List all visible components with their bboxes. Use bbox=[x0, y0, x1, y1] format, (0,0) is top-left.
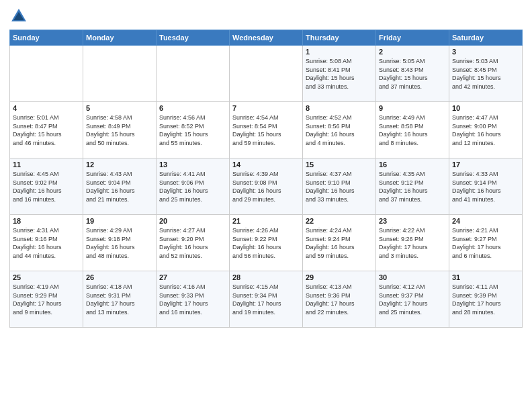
day-number: 14 bbox=[232, 161, 300, 169]
header bbox=[9, 7, 523, 26]
day-cell: 22Sunrise: 4:24 AM Sunset: 9:24 PM Dayli… bbox=[303, 215, 376, 271]
day-info: Sunrise: 4:56 AM Sunset: 8:52 PM Dayligh… bbox=[159, 113, 226, 147]
day-number: 4 bbox=[13, 104, 80, 112]
weekday-header-row: SundayMondayTuesdayWednesdayThursdayFrid… bbox=[10, 30, 523, 46]
day-info: Sunrise: 4:29 AM Sunset: 9:18 PM Dayligh… bbox=[86, 226, 153, 260]
weekday-header-friday: Friday bbox=[376, 30, 449, 46]
day-cell: 12Sunrise: 4:43 AM Sunset: 9:04 PM Dayli… bbox=[83, 158, 157, 215]
day-number: 17 bbox=[452, 161, 519, 169]
day-cell bbox=[157, 46, 230, 102]
day-cell: 14Sunrise: 4:39 AM Sunset: 9:08 PM Dayli… bbox=[230, 158, 303, 215]
day-info: Sunrise: 4:37 AM Sunset: 9:10 PM Dayligh… bbox=[306, 170, 373, 203]
day-number: 19 bbox=[86, 217, 153, 225]
day-info: Sunrise: 4:18 AM Sunset: 9:31 PM Dayligh… bbox=[86, 283, 153, 316]
weekday-header-saturday: Saturday bbox=[449, 30, 523, 46]
week-row-5: 25Sunrise: 4:19 AM Sunset: 9:29 PM Dayli… bbox=[10, 271, 523, 328]
day-cell: 23Sunrise: 4:22 AM Sunset: 9:26 PM Dayli… bbox=[376, 215, 449, 271]
logo bbox=[9, 7, 31, 26]
day-cell: 21Sunrise: 4:26 AM Sunset: 9:22 PM Dayli… bbox=[230, 215, 303, 271]
day-cell bbox=[83, 46, 157, 102]
weekday-header-wednesday: Wednesday bbox=[230, 30, 303, 46]
day-cell: 1Sunrise: 5:08 AM Sunset: 8:41 PM Daylig… bbox=[303, 46, 376, 102]
day-cell: 9Sunrise: 4:49 AM Sunset: 8:58 PM Daylig… bbox=[376, 102, 449, 158]
day-info: Sunrise: 4:49 AM Sunset: 8:58 PM Dayligh… bbox=[379, 113, 446, 147]
day-info: Sunrise: 4:15 AM Sunset: 9:34 PM Dayligh… bbox=[232, 283, 300, 316]
day-cell: 11Sunrise: 4:45 AM Sunset: 9:02 PM Dayli… bbox=[10, 158, 83, 215]
day-number: 30 bbox=[379, 273, 446, 281]
day-cell: 4Sunrise: 5:01 AM Sunset: 8:47 PM Daylig… bbox=[10, 102, 83, 158]
day-cell: 5Sunrise: 4:58 AM Sunset: 8:49 PM Daylig… bbox=[83, 102, 157, 158]
day-info: Sunrise: 4:41 AM Sunset: 9:06 PM Dayligh… bbox=[159, 170, 226, 203]
weekday-header-thursday: Thursday bbox=[303, 30, 376, 46]
day-number: 7 bbox=[232, 104, 300, 112]
day-cell: 3Sunrise: 5:03 AM Sunset: 8:45 PM Daylig… bbox=[449, 46, 523, 102]
week-row-2: 4Sunrise: 5:01 AM Sunset: 8:47 PM Daylig… bbox=[10, 102, 523, 158]
day-info: Sunrise: 4:16 AM Sunset: 9:33 PM Dayligh… bbox=[159, 283, 226, 316]
page: SundayMondayTuesdayWednesdayThursdayFrid… bbox=[0, 0, 532, 411]
day-number: 12 bbox=[86, 161, 153, 169]
day-number: 1 bbox=[306, 48, 373, 56]
day-number: 26 bbox=[86, 273, 153, 281]
day-number: 28 bbox=[232, 273, 300, 281]
day-number: 15 bbox=[306, 161, 373, 169]
day-info: Sunrise: 4:39 AM Sunset: 9:08 PM Dayligh… bbox=[232, 170, 300, 203]
day-info: Sunrise: 4:26 AM Sunset: 9:22 PM Dayligh… bbox=[232, 226, 300, 260]
day-number: 18 bbox=[13, 217, 80, 225]
day-number: 22 bbox=[306, 217, 373, 225]
day-info: Sunrise: 4:12 AM Sunset: 9:37 PM Dayligh… bbox=[379, 283, 446, 316]
day-number: 21 bbox=[232, 217, 300, 225]
day-info: Sunrise: 4:27 AM Sunset: 9:20 PM Dayligh… bbox=[159, 226, 226, 260]
day-number: 29 bbox=[306, 273, 373, 281]
day-info: Sunrise: 4:54 AM Sunset: 8:54 PM Dayligh… bbox=[232, 113, 300, 147]
day-info: Sunrise: 4:52 AM Sunset: 8:56 PM Dayligh… bbox=[306, 113, 373, 147]
day-cell bbox=[230, 46, 303, 102]
day-number: 3 bbox=[452, 48, 519, 56]
day-info: Sunrise: 4:19 AM Sunset: 9:29 PM Dayligh… bbox=[13, 283, 80, 316]
day-number: 9 bbox=[379, 104, 446, 112]
day-info: Sunrise: 5:03 AM Sunset: 8:45 PM Dayligh… bbox=[452, 57, 519, 91]
day-number: 27 bbox=[159, 273, 226, 281]
week-row-1: 1Sunrise: 5:08 AM Sunset: 8:41 PM Daylig… bbox=[10, 46, 523, 102]
day-cell: 8Sunrise: 4:52 AM Sunset: 8:56 PM Daylig… bbox=[303, 102, 376, 158]
day-cell: 27Sunrise: 4:16 AM Sunset: 9:33 PM Dayli… bbox=[157, 271, 230, 328]
day-info: Sunrise: 5:08 AM Sunset: 8:41 PM Dayligh… bbox=[306, 57, 373, 91]
day-info: Sunrise: 4:45 AM Sunset: 9:02 PM Dayligh… bbox=[13, 170, 80, 203]
day-cell: 16Sunrise: 4:35 AM Sunset: 9:12 PM Dayli… bbox=[376, 158, 449, 215]
day-info: Sunrise: 4:11 AM Sunset: 9:39 PM Dayligh… bbox=[452, 283, 519, 316]
day-cell: 19Sunrise: 4:29 AM Sunset: 9:18 PM Dayli… bbox=[83, 215, 157, 271]
day-number: 20 bbox=[159, 217, 226, 225]
day-number: 13 bbox=[159, 161, 226, 169]
day-number: 10 bbox=[452, 104, 519, 112]
day-number: 5 bbox=[86, 104, 153, 112]
day-cell: 17Sunrise: 4:33 AM Sunset: 9:14 PM Dayli… bbox=[449, 158, 523, 215]
day-cell: 31Sunrise: 4:11 AM Sunset: 9:39 PM Dayli… bbox=[449, 271, 523, 328]
day-cell: 7Sunrise: 4:54 AM Sunset: 8:54 PM Daylig… bbox=[230, 102, 303, 158]
day-number: 31 bbox=[452, 273, 519, 281]
logo-icon bbox=[9, 7, 28, 26]
day-number: 6 bbox=[159, 104, 226, 112]
day-info: Sunrise: 5:05 AM Sunset: 8:43 PM Dayligh… bbox=[379, 57, 446, 91]
day-info: Sunrise: 4:22 AM Sunset: 9:26 PM Dayligh… bbox=[379, 226, 446, 260]
day-number: 16 bbox=[379, 161, 446, 169]
day-cell bbox=[10, 46, 83, 102]
day-cell: 26Sunrise: 4:18 AM Sunset: 9:31 PM Dayli… bbox=[83, 271, 157, 328]
day-cell: 15Sunrise: 4:37 AM Sunset: 9:10 PM Dayli… bbox=[303, 158, 376, 215]
day-info: Sunrise: 4:35 AM Sunset: 9:12 PM Dayligh… bbox=[379, 170, 446, 203]
day-info: Sunrise: 4:33 AM Sunset: 9:14 PM Dayligh… bbox=[452, 170, 519, 203]
week-row-3: 11Sunrise: 4:45 AM Sunset: 9:02 PM Dayli… bbox=[10, 158, 523, 215]
day-cell: 29Sunrise: 4:13 AM Sunset: 9:36 PM Dayli… bbox=[303, 271, 376, 328]
day-number: 25 bbox=[13, 273, 80, 281]
day-cell: 10Sunrise: 4:47 AM Sunset: 9:00 PM Dayli… bbox=[449, 102, 523, 158]
day-info: Sunrise: 4:58 AM Sunset: 8:49 PM Dayligh… bbox=[86, 113, 153, 147]
day-number: 24 bbox=[452, 217, 519, 225]
weekday-header-monday: Monday bbox=[83, 30, 157, 46]
weekday-header-tuesday: Tuesday bbox=[157, 30, 230, 46]
day-info: Sunrise: 4:43 AM Sunset: 9:04 PM Dayligh… bbox=[86, 170, 153, 203]
day-cell: 25Sunrise: 4:19 AM Sunset: 9:29 PM Dayli… bbox=[10, 271, 83, 328]
weekday-header-sunday: Sunday bbox=[10, 30, 83, 46]
day-info: Sunrise: 4:13 AM Sunset: 9:36 PM Dayligh… bbox=[306, 283, 373, 316]
day-cell: 2Sunrise: 5:05 AM Sunset: 8:43 PM Daylig… bbox=[376, 46, 449, 102]
day-number: 11 bbox=[13, 161, 80, 169]
day-cell: 24Sunrise: 4:21 AM Sunset: 9:27 PM Dayli… bbox=[449, 215, 523, 271]
day-info: Sunrise: 5:01 AM Sunset: 8:47 PM Dayligh… bbox=[13, 113, 80, 147]
